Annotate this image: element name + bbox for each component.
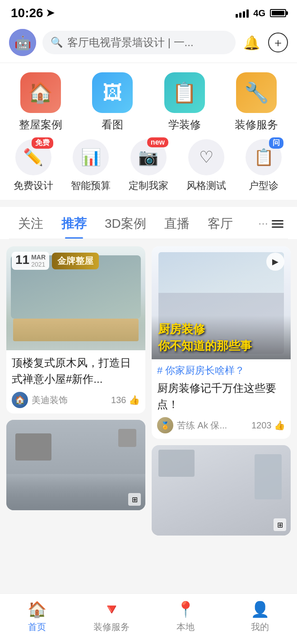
quick-icon-floor-plan[interactable]: 📋 问 户型诊: [237, 139, 291, 193]
card-kitchen-video[interactable]: 厨房装修你不知道的那些事 ▶ # 你家厨房长啥样？ 厨房装修记千万住这些要点！ …: [152, 246, 291, 439]
content-grid: 11 MAR 2021 金牌整屋 顶楼复式原木风，打造日式禅意小屋#新作... …: [0, 239, 297, 543]
play-button[interactable]: ▶: [266, 253, 284, 271]
tab-live[interactable]: 直播: [155, 207, 199, 239]
avatar[interactable]: 🤖: [9, 29, 36, 56]
quick-icons-row-2: ✏️ 免费 免费设计 📊 智能预算 📷 new 定制我家 ♡ 风格测试: [5, 139, 292, 193]
status-icons: 4G: [236, 8, 286, 19]
tab-3d-cases[interactable]: 3D案例: [96, 207, 155, 239]
bottom-nav: 🏠 首页 🔻 装修服务 📍 本地 👤 我的: [0, 593, 297, 644]
home-nav-icon: 🏠: [28, 600, 46, 618]
tabs-bar: 关注 推荐 3D案例 直播 客厅 ⋯: [9, 207, 288, 239]
tab-living-room[interactable]: 客厅: [199, 207, 242, 239]
add-icon[interactable]: ＋: [268, 33, 288, 52]
date-badge: 11 MAR 2021: [12, 252, 49, 270]
status-bar: 10:26 ➤ 4G: [0, 0, 297, 24]
nav-renovation-label: 装修服务: [93, 621, 130, 633]
tab-more-icon[interactable]: ⋯: [254, 210, 288, 236]
battery-icon: [270, 9, 286, 17]
status-time: 10:26 ➤: [11, 6, 54, 20]
quick-icon-whole-house[interactable]: 🏠 整屋案例: [11, 72, 70, 132]
card-bathroom[interactable]: ⊞: [152, 445, 291, 536]
card-author-avatar-1: 🏠: [12, 392, 28, 408]
nav-local-label: 本地: [176, 621, 195, 633]
video-overlay: 厨房装修你不知道的那些事: [152, 315, 291, 359]
card-badge-area: 11 MAR 2021 金牌整屋: [12, 252, 99, 270]
card-image-3: ⊞: [6, 420, 145, 510]
grid-icon: ⋯: [258, 218, 268, 230]
network-type: 4G: [253, 8, 265, 19]
gold-badge: 金牌整屋: [52, 253, 99, 269]
tab-recommend[interactable]: 推荐: [52, 207, 96, 239]
quick-icon-free-design[interactable]: ✏️ 免费 免费设计: [6, 139, 60, 193]
nav-renovation[interactable]: 🔻 装修服务: [89, 600, 134, 633]
card-info-2: # 你家厨房长啥样？ 厨房装修记千万住这些要点！ 🏅 苦练 Ak 保... 12…: [152, 359, 291, 439]
nav-home[interactable]: 🏠 首页: [14, 600, 60, 633]
search-bar[interactable]: 🔍 客厅电视背景墙设计 | 一...: [42, 31, 236, 54]
quick-icon-custom-home[interactable]: 📷 new 定制我家: [121, 139, 176, 193]
card-likes-2: 1203 👍: [251, 420, 285, 431]
menu-icon: [272, 220, 283, 228]
card-author-2: 苦练 Ak 保...: [177, 419, 248, 432]
notification-icon[interactable]: 🔔: [242, 33, 261, 52]
quick-icon-renovation-service[interactable]: 🔧 装修服务: [227, 72, 286, 132]
card-meta-2: 🏅 苦练 Ak 保... 1203 👍: [157, 417, 285, 433]
tabs-section: 关注 推荐 3D案例 直播 客厅 ⋯: [0, 207, 297, 239]
profile-nav-icon: 👤: [251, 600, 269, 618]
card-living-room[interactable]: 11 MAR 2021 金牌整屋 顶楼复式原木风，打造日式禅意小屋#新作... …: [6, 246, 145, 414]
card-image-box-1: 11 MAR 2021 金牌整屋: [6, 246, 145, 350]
card-likes-1: 136 👍: [111, 395, 140, 405]
nav-local[interactable]: 📍 本地: [163, 600, 208, 633]
card-info-1: 顶楼复式原木风，打造日式禅意小屋#新作... 🏠 美迪装饰 136 👍: [6, 350, 145, 414]
expand-icon-4: ⊞: [274, 518, 286, 531]
nav-profile-label: 我的: [251, 621, 269, 633]
signal-bars: [236, 9, 249, 18]
card-image-box-2: 厨房装修你不知道的那些事 ▶: [152, 246, 291, 359]
content-col-right: 厨房装修你不知道的那些事 ▶ # 你家厨房长啥样？ 厨房装修记千万住这些要点！ …: [152, 246, 291, 536]
card-title-2: 厨房装修记千万住这些要点！: [157, 380, 285, 413]
card-author-1: 美迪装饰: [32, 394, 107, 406]
nav-profile[interactable]: 👤 我的: [237, 600, 283, 633]
card-kitchen2[interactable]: ⊞: [6, 420, 145, 510]
quick-icons-row-1: 🏠 整屋案例 🖼 看图 📋 学装修 🔧 装修服务: [5, 72, 292, 132]
card-image-2: 厨房装修你不知道的那些事 ▶: [152, 246, 291, 359]
search-icon: 🔍: [51, 37, 63, 48]
content-col-left: 11 MAR 2021 金牌整屋 顶楼复式原木风，打造日式禅意小屋#新作... …: [6, 246, 145, 536]
card-image-box-4: ⊞: [152, 445, 291, 536]
quick-icon-smart-budget[interactable]: 📊 智能预算: [64, 139, 118, 193]
card-image-4: ⊞: [152, 445, 291, 536]
quick-icon-learn-renovation[interactable]: 📋 学装修: [155, 72, 214, 132]
quick-icon-style-test[interactable]: ♡ 风格测试: [179, 139, 233, 193]
card-author-avatar-2: 🏅: [157, 417, 173, 433]
local-nav-icon: 📍: [176, 600, 195, 618]
card-title-1: 顶楼复式原木风，打造日式禅意小屋#新作...: [12, 355, 140, 387]
tab-follow[interactable]: 关注: [9, 207, 52, 239]
card-image-box-3: ⊞: [6, 420, 145, 510]
video-text: 厨房装修你不知道的那些事: [158, 321, 284, 354]
location-arrow-icon: ➤: [46, 7, 54, 19]
header-actions: 🔔 ＋: [242, 33, 288, 52]
quick-icons-section: 🏠 整屋案例 🖼 看图 📋 学装修 🔧 装修服务 ✏️ 免费 免费设计 📊: [0, 63, 297, 200]
card-meta-1: 🏠 美迪装饰 136 👍: [12, 392, 140, 408]
renovation-nav-icon: 🔻: [102, 600, 121, 618]
header: 🤖 🔍 客厅电视背景墙设计 | 一... 🔔 ＋: [0, 24, 297, 62]
hashtag-tag: # 你家厨房长啥样？: [157, 364, 285, 377]
search-text: 客厅电视背景墙设计 | 一...: [67, 35, 194, 50]
nav-home-label: 首页: [28, 621, 46, 633]
quick-icon-view-image[interactable]: 🖼 看图: [83, 72, 142, 132]
expand-icon: ⊞: [128, 493, 141, 506]
